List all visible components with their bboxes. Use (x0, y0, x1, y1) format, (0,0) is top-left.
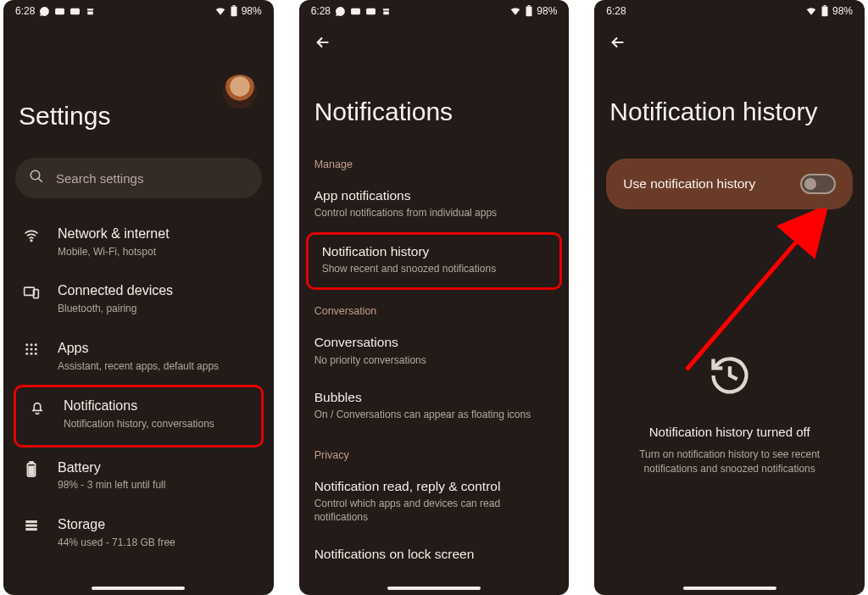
battery-status-icon (821, 5, 829, 17)
svg-point-10 (31, 343, 33, 346)
item-title: Notifications on lock screen (314, 546, 554, 563)
settings-item-notifications[interactable]: Notifications Notification history, conv… (14, 385, 264, 447)
item-title: Apps (58, 340, 255, 358)
svg-rect-20 (29, 466, 33, 475)
status-battery: 98% (537, 5, 557, 17)
nav-bar[interactable] (3, 587, 274, 590)
settings-item-network[interactable]: Network & internet Mobile, Wi-Fi, hotspo… (7, 214, 270, 270)
status-bar: 6:28 98% (3, 0, 274, 20)
svg-point-12 (25, 348, 28, 350)
search-icon (29, 169, 44, 187)
item-title: App notifications (314, 187, 554, 204)
status-time: 6:28 (311, 5, 331, 17)
youtube-icon (350, 6, 361, 17)
item-bubbles[interactable]: Bubbles On / Conversations can appear as… (299, 379, 570, 434)
search-settings[interactable] (15, 158, 262, 198)
phone-notification-history: 6:28 98% Notification history Use notifi… (594, 0, 865, 595)
svg-point-6 (31, 240, 32, 242)
svg-rect-19 (30, 461, 33, 463)
item-title: Connected devices (58, 282, 255, 300)
section-label: Manage (299, 143, 570, 177)
settings-item-connected-devices[interactable]: Connected devices Bluetooth, pairing (7, 270, 270, 327)
svg-rect-23 (25, 528, 37, 531)
item-subtitle: Assistant, recent apps, default apps (58, 360, 255, 374)
item-title: Notifications (64, 398, 249, 415)
settings-list: Network & internet Mobile, Wi-Fi, hotspo… (3, 214, 274, 561)
item-title: Network & internet (58, 225, 255, 243)
svg-rect-28 (821, 6, 827, 16)
status-time: 6:28 (606, 5, 626, 17)
nav-bar[interactable] (299, 587, 570, 590)
devices-icon (22, 282, 41, 301)
page-title: Settings (19, 102, 259, 131)
item-subtitle: Control notifications from individual ap… (314, 207, 554, 220)
bell-icon (28, 398, 47, 416)
item-subtitle: Notification history, conversations (64, 418, 249, 431)
youtube-icon-2 (365, 6, 376, 17)
item-conversations[interactable]: Conversations No priority conversations (299, 324, 570, 379)
item-title: Conversations (314, 334, 554, 351)
toggle-switch[interactable] (800, 174, 836, 194)
page-title: Notification history (609, 97, 849, 126)
phone-notifications: 6:28 98% Notifications Manage App notifi… (299, 0, 570, 595)
whatsapp-icon (335, 6, 346, 17)
settings-item-battery[interactable]: Battery 98% - 3 min left until full (7, 448, 270, 504)
settings-item-storage[interactable]: Storage 44% used - 71.18 GB free (7, 504, 270, 561)
nav-bar[interactable] (594, 587, 865, 590)
item-subtitle: No priority conversations (314, 354, 554, 368)
section-conversation: Conversation Conversations No priority c… (299, 290, 570, 433)
wifi-status-icon (214, 5, 226, 17)
svg-rect-29 (824, 5, 826, 6)
svg-point-13 (31, 348, 33, 350)
empty-title: Notification history turned off (618, 425, 841, 439)
wifi-status-icon (509, 5, 521, 17)
status-bar: 6:28 98% (594, 0, 865, 20)
wifi-icon (22, 225, 41, 244)
item-notification-history[interactable]: Notification history Show recent and sno… (306, 232, 563, 291)
back-button[interactable] (608, 32, 628, 53)
svg-rect-0 (55, 8, 64, 14)
svg-line-5 (38, 178, 42, 182)
store-icon (381, 6, 392, 17)
item-lock-screen-notifications[interactable]: Notifications on lock screen (299, 536, 570, 563)
settings-item-apps[interactable]: Apps Assistant, recent apps, default app… (7, 328, 270, 385)
item-subtitle: 98% - 3 min left until full (58, 479, 255, 492)
svg-point-11 (35, 343, 37, 346)
svg-rect-21 (25, 520, 37, 523)
back-button[interactable] (313, 32, 333, 53)
item-title: Storage (58, 516, 255, 534)
svg-point-16 (31, 353, 33, 355)
svg-rect-26 (526, 6, 532, 16)
status-time: 6:28 (15, 5, 35, 17)
search-input[interactable] (56, 171, 248, 186)
store-icon (85, 6, 96, 17)
youtube-icon (54, 6, 65, 17)
svg-rect-22 (25, 524, 37, 526)
history-icon (708, 353, 752, 398)
item-title: Bubbles (314, 389, 554, 406)
svg-rect-27 (528, 5, 531, 6)
storage-icon (22, 516, 41, 533)
svg-rect-1 (70, 8, 80, 14)
status-bar: 6:28 98% (299, 0, 570, 20)
item-subtitle: Bluetooth, pairing (58, 303, 255, 316)
status-battery: 98% (832, 5, 853, 17)
toggle-use-notification-history[interactable]: Use notification history (606, 158, 853, 209)
item-app-notifications[interactable]: App notifications Control notifications … (299, 177, 570, 232)
avatar[interactable] (223, 75, 257, 108)
section-label: Conversation (299, 290, 570, 324)
section-manage: Manage App notifications Control notific… (299, 143, 570, 290)
empty-subtitle: Turn on notification history to see rece… (618, 448, 841, 476)
svg-point-15 (25, 353, 28, 355)
battery-status-icon (525, 5, 533, 17)
apps-grid-icon (22, 340, 41, 357)
item-subtitle: Show recent and snoozed notifications (322, 263, 547, 276)
item-title: Notification history (322, 243, 547, 260)
item-notification-read-reply[interactable]: Notification read, reply & control Contr… (299, 468, 570, 536)
svg-rect-25 (366, 8, 376, 14)
phone-settings: 6:28 98% Settings Network & internet Mob… (3, 0, 274, 595)
svg-point-17 (35, 353, 37, 355)
wifi-status-icon (805, 5, 817, 17)
item-subtitle: On / Conversations can appear as floatin… (314, 409, 554, 422)
svg-point-4 (31, 170, 40, 180)
